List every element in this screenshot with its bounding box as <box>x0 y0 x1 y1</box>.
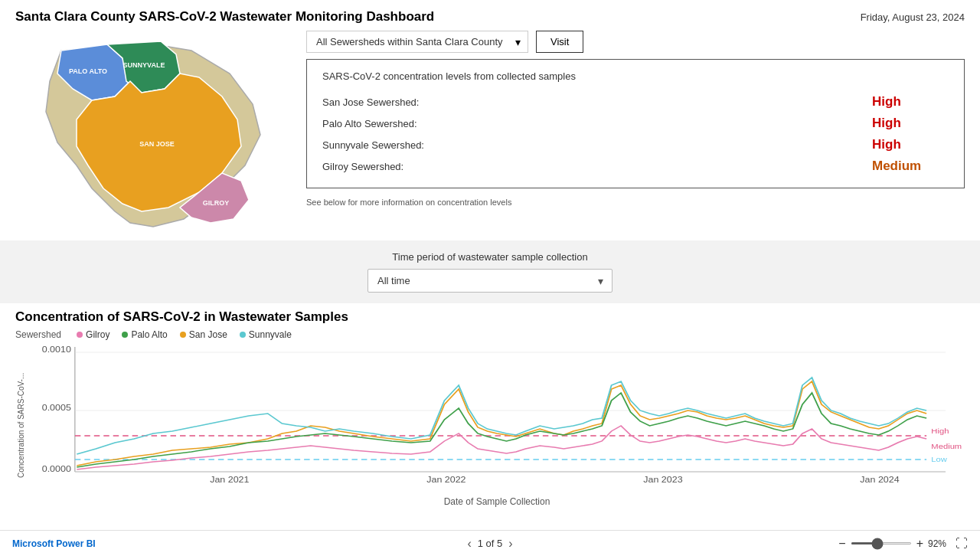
page-prev-button[interactable]: ‹ <box>467 537 471 551</box>
sanjose-value: High <box>872 94 949 110</box>
chart-title: Concentration of SARS-CoV-2 in Wastewate… <box>15 309 965 325</box>
legend-paloalto: Palo Alto <box>122 329 167 340</box>
page-info: 1 of 5 <box>478 538 503 549</box>
paloalto-label: PALO ALTO <box>69 67 107 75</box>
concentration-box: SARS-CoV-2 concentration levels from col… <box>306 59 965 188</box>
filter-row: All Sewersheds within Santa Clara County… <box>306 28 965 53</box>
gilroy-value: Medium <box>872 159 949 174</box>
svg-text:0.0000: 0.0000 <box>42 465 71 473</box>
paloalto-label-text: Palo Alto Sewershed: <box>322 118 460 129</box>
svg-text:Jan 2024: Jan 2024 <box>860 476 899 484</box>
page-navigation: ‹ 1 of 5 › <box>467 537 512 551</box>
sunnyvale-value: High <box>872 137 949 152</box>
svg-text:0.0010: 0.0010 <box>42 345 71 354</box>
zoom-slider[interactable] <box>851 542 912 545</box>
time-dropdown-wrapper[interactable]: All time <box>368 269 612 293</box>
county-map: PALO ALTO SUNNYVALE SAN JOSE GILROY <box>15 28 291 234</box>
concentration-title: SARS-CoV-2 concentration levels from col… <box>322 70 949 82</box>
gilroy-legend-label: Gilroy <box>86 329 109 340</box>
gilroy-label-text: Gilroy Sewershed: <box>322 161 460 172</box>
zoom-percentage: 92% <box>928 538 946 549</box>
see-below-note: See below for more information on concen… <box>306 198 965 207</box>
chart-section: Concentration of SARS-CoV-2 in Wastewate… <box>0 303 980 507</box>
paloalto-legend-label: Palo Alto <box>131 329 167 340</box>
svg-text:0.0005: 0.0005 <box>42 404 71 412</box>
sunnyvale-dot <box>240 332 246 338</box>
page-title: Santa Clara County SARS-CoV-2 Wastewater… <box>15 9 434 25</box>
page-current: 1 <box>478 538 483 549</box>
visit-button[interactable]: Visit <box>536 31 583 53</box>
bottom-bar: Microsoft Power BI ‹ 1 of 5 › − + 92% ⛶ <box>0 530 980 556</box>
sewershed-dropdown-wrapper[interactable]: All Sewersheds within Santa Clara County <box>306 31 528 53</box>
time-dropdown[interactable]: All time <box>368 269 612 293</box>
svg-text:Medium: Medium <box>931 443 962 450</box>
map-container: PALO ALTO SUNNYVALE SAN JOSE GILROY <box>15 28 291 234</box>
concentration-row-gilroy: Gilroy Sewershed: Medium <box>322 155 949 177</box>
zoom-controls: − + 92% ⛶ <box>838 537 968 551</box>
sunnyvale-label-text: Sunnyvale Sewershed: <box>322 139 460 151</box>
time-period-label: Time period of wastewater sample collect… <box>15 251 965 263</box>
right-panel: All Sewersheds within Santa Clara County… <box>306 28 965 234</box>
sunnyvale-legend-label: Sunnyvale <box>249 329 292 340</box>
zoom-minus-button[interactable]: − <box>838 537 845 551</box>
svg-text:Jan 2023: Jan 2023 <box>643 476 682 484</box>
gilroy-label: GILROY <box>203 199 230 207</box>
sunnyvale-line <box>77 378 926 454</box>
legend-gilroy: Gilroy <box>77 329 109 340</box>
top-section: PALO ALTO SUNNYVALE SAN JOSE GILROY All … <box>0 28 980 234</box>
page-header: Santa Clara County SARS-CoV-2 Wastewater… <box>0 0 980 28</box>
legend-sunnyvale: Sunnyvale <box>240 329 292 340</box>
y-axis-label: Concentration of SARS-CoV-... <box>15 343 29 507</box>
concentration-row-sunnyvale: Sunnyvale Sewershed: High <box>322 134 949 155</box>
expand-icon[interactable]: ⛶ <box>956 537 968 551</box>
paloalto-dot <box>122 332 128 338</box>
page-total: 5 <box>497 538 502 549</box>
page-next-button[interactable]: › <box>508 537 512 551</box>
header-date: Friday, August 23, 2024 <box>861 11 965 23</box>
sanjose-label: SAN JOSE <box>139 140 175 148</box>
x-axis-label: Date of Sample Collection <box>29 496 965 507</box>
zoom-plus-button[interactable]: + <box>916 537 923 551</box>
chart-wrap: 0.0010 0.0005 0.0000 High Medium Low <box>29 343 965 507</box>
time-period-inner: Time period of wastewater sample collect… <box>15 251 965 293</box>
sewershed-dropdown[interactable]: All Sewersheds within Santa Clara County <box>306 31 528 53</box>
sanjose-dot <box>180 332 186 338</box>
chart-svg: 0.0010 0.0005 0.0000 High Medium Low <box>29 343 965 496</box>
powerbi-link[interactable]: Microsoft Power BI <box>12 538 96 549</box>
paloalto-value: High <box>872 116 949 131</box>
svg-text:High: High <box>931 427 949 435</box>
sanjose-label-text: San Jose Sewershed: <box>322 96 460 108</box>
sunnyvale-label: SUNNYVALE <box>123 61 165 69</box>
page-of-label: of <box>486 538 497 549</box>
legend-sanjose: San Jose <box>180 329 227 340</box>
svg-text:Jan 2021: Jan 2021 <box>210 476 249 484</box>
time-period-section: Time period of wastewater sample collect… <box>0 240 980 303</box>
svg-text:Low: Low <box>931 456 947 463</box>
chart-legend: Sewershed Gilroy Palo Alto San Jose Sunn… <box>15 329 965 340</box>
svg-text:Jan 2022: Jan 2022 <box>426 476 466 484</box>
gilroy-dot <box>77 332 83 338</box>
concentration-row-paloalto: Palo Alto Sewershed: High <box>322 113 949 134</box>
sanjose-legend-label: San Jose <box>189 329 227 340</box>
chart-area: Concentration of SARS-CoV-... 0.0010 0.0… <box>15 343 965 507</box>
legend-label: Sewershed <box>15 329 61 340</box>
concentration-row-sanjose: San Jose Sewershed: High <box>322 91 949 113</box>
